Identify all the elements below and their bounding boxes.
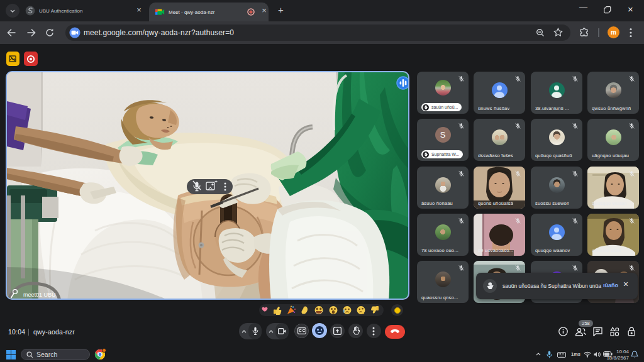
svg-text:meet01 UBU: meet01 UBU xyxy=(23,292,56,298)
